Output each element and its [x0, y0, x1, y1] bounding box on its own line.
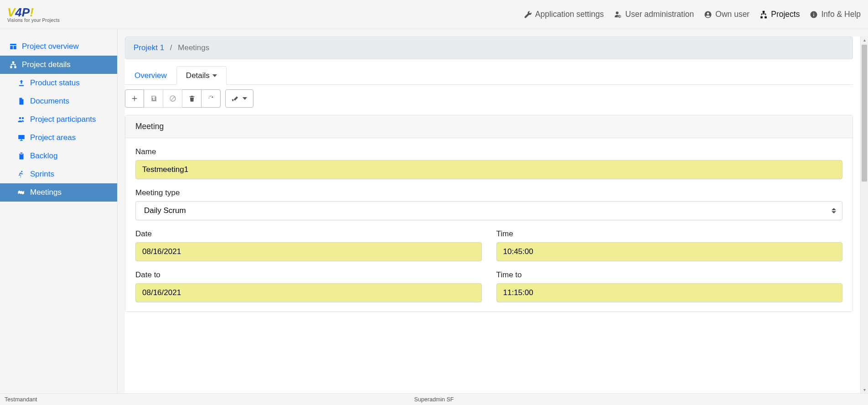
sidebar-project-areas[interactable]: Project areas	[0, 129, 117, 147]
breadcrumb-current: Meetings	[178, 43, 209, 52]
redo-icon	[207, 95, 215, 102]
sidebar-label: Documents	[30, 97, 69, 106]
save-icon	[150, 95, 157, 102]
tab-label: Overview	[134, 71, 167, 80]
wrench-icon	[524, 10, 532, 19]
input-time-to[interactable]	[496, 283, 843, 302]
refresh-button[interactable]	[202, 89, 221, 108]
nav-user-admin[interactable]: User administration	[614, 10, 694, 19]
card-header: Meeting	[125, 115, 852, 138]
input-date-to[interactable]	[135, 283, 482, 302]
highlighter-icon	[232, 95, 239, 102]
label-time-to: Time to	[496, 270, 843, 280]
table-icon	[9, 42, 17, 51]
logo: V4P! Visions for your Projects	[7, 6, 60, 23]
caret-down-icon	[212, 74, 217, 77]
sitemap-icon	[9, 61, 17, 69]
add-button[interactable]	[125, 89, 144, 108]
nav-app-settings[interactable]: Application settings	[524, 10, 604, 19]
sidebar: Project overview Project details Product…	[0, 29, 118, 393]
sidebar-label: Sprints	[30, 170, 54, 179]
meeting-card: Meeting Name Meeting type	[125, 115, 853, 312]
label-meeting-type: Meeting type	[135, 188, 842, 197]
sidebar-project-participants[interactable]: Project participants	[0, 110, 117, 129]
sidebar-meetings[interactable]: Meetings	[0, 183, 117, 202]
save-button[interactable]	[144, 89, 163, 108]
topbar: V4P! Visions for your Projects Applicati…	[0, 0, 868, 29]
sidebar-sprints[interactable]: Sprints	[0, 165, 117, 183]
users-icon	[17, 115, 26, 124]
info-circle-icon	[810, 10, 818, 19]
label-time: Time	[496, 229, 843, 239]
label-date-to: Date to	[135, 270, 482, 280]
toolbar	[125, 85, 853, 115]
sidebar-label: Product status	[30, 78, 80, 88]
breadcrumb-project-link[interactable]: Projekt 1	[134, 43, 164, 52]
sidebar-product-status[interactable]: Product status	[0, 74, 117, 92]
highlighter-dropdown[interactable]	[225, 89, 253, 108]
running-icon	[17, 170, 26, 178]
scrollbar[interactable]	[860, 36, 868, 393]
nav-info-help[interactable]: Info & Help	[810, 10, 861, 19]
delete-button[interactable]	[182, 89, 202, 108]
scrollbar-thumb[interactable]	[862, 45, 867, 182]
sidebar-label: Backlog	[30, 151, 57, 161]
svg-rect-3	[13, 62, 14, 63]
tab-label: Details	[186, 71, 210, 80]
user-circle-icon	[704, 10, 712, 19]
sidebar-project-details[interactable]: Project details	[0, 56, 117, 74]
nav-label: Projects	[771, 10, 800, 19]
breadcrumb: Projekt 1 / Meetings	[125, 36, 853, 59]
label-date: Date	[135, 229, 482, 239]
svg-rect-1	[761, 16, 762, 18]
select-chevron-icon	[832, 208, 836, 213]
svg-rect-0	[763, 11, 765, 12]
handshake-icon	[17, 188, 26, 197]
sidebar-label: Project participants	[30, 115, 96, 124]
ban-icon	[169, 95, 176, 102]
svg-rect-2	[765, 16, 766, 18]
input-date[interactable]	[135, 242, 482, 261]
nav-projects[interactable]: Projects	[760, 10, 800, 19]
tabs: Overview Details	[125, 66, 853, 85]
tab-overview[interactable]: Overview	[125, 66, 176, 85]
content-area: Projekt 1 / Meetings Overview Details	[125, 36, 860, 393]
presentation-icon	[17, 134, 26, 142]
sidebar-label: Meetings	[30, 188, 62, 197]
footer: Testmandant Superadmin SF	[0, 393, 868, 405]
sitemap-icon	[760, 10, 768, 19]
select-meeting-type[interactable]	[135, 201, 842, 220]
logo-tagline: Visions for your Projects	[7, 18, 60, 23]
sidebar-label: Project overview	[22, 42, 79, 51]
sidebar-label: Project details	[22, 60, 71, 69]
clipboard-icon	[17, 152, 26, 160]
sidebar-project-overview[interactable]: Project overview	[0, 37, 117, 56]
nav-label: Own user	[715, 10, 749, 19]
top-nav: Application settings User administration…	[524, 10, 861, 19]
caret-down-icon	[243, 97, 247, 100]
nav-label: User administration	[625, 10, 694, 19]
upload-icon	[17, 79, 26, 87]
input-time[interactable]	[496, 242, 843, 261]
footer-tenant: Testmandant	[5, 396, 37, 403]
nav-label: Application settings	[535, 10, 604, 19]
trash-icon	[188, 95, 196, 102]
tab-details[interactable]: Details	[176, 66, 227, 85]
input-name[interactable]	[135, 160, 842, 179]
svg-rect-5	[15, 67, 16, 68]
sidebar-backlog[interactable]: Backlog	[0, 147, 117, 165]
sidebar-documents[interactable]: Documents	[0, 92, 117, 110]
nav-label: Info & Help	[821, 10, 861, 19]
sidebar-label: Project areas	[30, 133, 76, 142]
footer-user: Superadmin SF	[414, 396, 454, 403]
users-cog-icon	[614, 10, 622, 19]
label-name: Name	[135, 147, 842, 156]
svg-rect-4	[10, 67, 12, 68]
cancel-button[interactable]	[163, 89, 182, 108]
plus-icon	[131, 95, 138, 102]
breadcrumb-separator: /	[170, 43, 172, 52]
file-icon	[17, 97, 26, 105]
nav-own-user[interactable]: Own user	[704, 10, 749, 19]
